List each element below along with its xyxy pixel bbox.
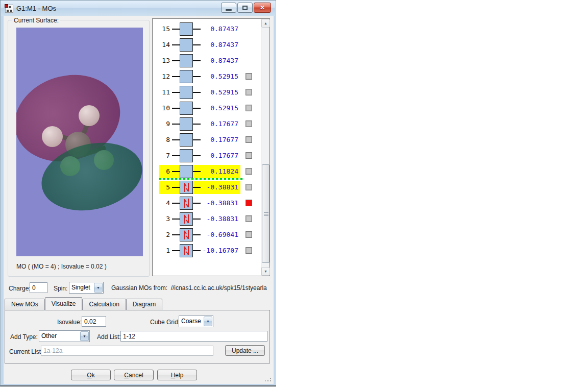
level-line [172, 29, 180, 30]
mo-checkbox[interactable] [246, 247, 252, 254]
mo-index: 7 [155, 152, 170, 159]
add-type-select[interactable]: Other ▼ [39, 330, 90, 342]
chevron-down-icon[interactable]: ▼ [204, 317, 212, 326]
mo-index: 6 [155, 167, 170, 175]
mo-row[interactable]: 2-0.69041 [153, 228, 260, 242]
mo-checkbox[interactable] [246, 89, 252, 95]
mo-row[interactable]: 110.52915 [153, 85, 260, 100]
mo-row[interactable]: 4-0.38831 [153, 196, 260, 210]
mo-energy: -0.38831 [200, 199, 238, 207]
orbital-box[interactable] [180, 212, 193, 226]
tab-bar: New MOsVisualizeCalculationDiagram [5, 297, 162, 310]
orbital-box[interactable] [180, 244, 193, 257]
mo-checkbox[interactable] [246, 231, 252, 238]
mo-index: 13 [155, 57, 170, 64]
maximize-button[interactable] [237, 3, 253, 13]
orbital-box[interactable] [180, 38, 193, 52]
tab-diagram[interactable]: Diagram [126, 299, 162, 310]
orbital-box[interactable] [180, 117, 193, 131]
mo-checkbox[interactable] [246, 105, 252, 111]
orbital-box[interactable] [180, 86, 193, 99]
mo-row[interactable]: 120.52915 [153, 69, 260, 84]
mo-row[interactable]: 140.87437 [153, 38, 260, 52]
chevron-down-icon[interactable]: ▼ [94, 283, 103, 293]
orbital-box[interactable] [180, 102, 193, 115]
cube-grid-label: Cube Grid: [150, 319, 180, 326]
mo-checkbox[interactable] [246, 200, 252, 206]
mo-row[interactable]: 70.17677 [153, 149, 260, 163]
mo-index: 12 [155, 72, 170, 80]
add-list-input[interactable] [120, 331, 267, 342]
current-list-label: Current List: [9, 348, 42, 355]
molecule-viewport[interactable] [16, 28, 143, 256]
cube-grid-select[interactable]: Coarse ▼ [179, 316, 213, 327]
level-line [172, 203, 180, 204]
mo-row[interactable]: 80.17677 [153, 133, 260, 147]
mo-index: 9 [155, 120, 170, 128]
scrollbar-thumb[interactable] [262, 164, 270, 263]
mo-checkbox[interactable] [246, 120, 252, 127]
tab-calculation[interactable]: Calculation [82, 299, 126, 310]
cancel-button[interactable]: Cancel [114, 370, 154, 380]
orbital-box[interactable] [180, 133, 193, 147]
chevron-down-icon[interactable]: ▼ [80, 331, 89, 341]
mo-row[interactable]: 3-0.38831 [153, 212, 260, 226]
current-surface-groupbox: Current Surface: MO ( (MO = 4) ; Isovalu… [8, 20, 150, 277]
mo-checkbox[interactable] [246, 184, 252, 190]
mo-row[interactable]: 100.52915 [153, 101, 260, 115]
mo-checkbox[interactable] [246, 73, 252, 80]
ok-button[interactable]: Ok [71, 370, 111, 380]
spin-up-icon [184, 215, 186, 224]
mo-row[interactable]: 1-10.16707 [153, 244, 260, 258]
orbital-box[interactable] [180, 181, 193, 194]
mo-row[interactable]: 60.11824 [153, 164, 260, 179]
spin-down-icon [186, 246, 188, 255]
tab-new-mos[interactable]: New MOs [5, 299, 45, 310]
mos-dialog-window: G1:M1 - MOs ✕ Current Surface: [0, 0, 276, 386]
update-button[interactable]: Update ... [225, 345, 265, 356]
mo-row[interactable]: 150.87437 [153, 22, 260, 36]
orbital-box[interactable] [180, 22, 193, 36]
charge-input[interactable] [30, 282, 47, 293]
scrollbar-grip-icon [264, 212, 268, 216]
mo-checkbox[interactable] [246, 136, 252, 143]
cube-grid-selected-value: Coarse [181, 318, 201, 325]
orbital-box[interactable] [180, 149, 193, 162]
mo-checkbox[interactable] [246, 168, 252, 175]
orbital-box[interactable] [180, 70, 193, 83]
mo-index: 5 [155, 183, 170, 191]
orbital-box[interactable] [180, 228, 193, 241]
mo-energy: -0.38831 [200, 215, 238, 223]
mo-row[interactable]: 5-0.38831 [153, 180, 260, 195]
help-button[interactable]: Help [157, 370, 197, 380]
level-line [172, 76, 180, 77]
mo-checkbox[interactable] [246, 215, 252, 222]
title-bar[interactable]: G1:M1 - MOs ✕ [1, 1, 275, 16]
level-line [172, 155, 180, 156]
orbital-box[interactable] [180, 54, 193, 67]
resize-grip[interactable] [265, 376, 272, 382]
scroll-down-button[interactable]: ▼ [261, 267, 270, 276]
mo-row[interactable]: 130.87437 [153, 54, 260, 68]
mo-index: 15 [155, 25, 170, 33]
spin-up-icon [184, 183, 186, 192]
mo-list-scrollbar[interactable]: ▲ ▼ [261, 19, 270, 276]
spin-select[interactable]: Singlet ▼ [69, 282, 104, 294]
spin-up-icon [184, 199, 186, 208]
level-line [172, 139, 180, 140]
tab-visualize[interactable]: Visualize [45, 297, 83, 310]
isovalue-input[interactable] [82, 316, 106, 327]
add-list-label: Add List: [97, 333, 121, 341]
close-button[interactable]: ✕ [254, 3, 271, 13]
orbital-box[interactable] [180, 197, 193, 210]
mo-index: 4 [155, 199, 170, 207]
scroll-up-button[interactable]: ▲ [261, 19, 270, 28]
mo-checkbox[interactable] [246, 152, 252, 159]
minimize-button[interactable] [221, 3, 236, 13]
current-surface-label: Current Surface: [12, 17, 60, 24]
mo-energy: -10.16707 [200, 247, 238, 254]
level-line [172, 187, 180, 188]
orbital-box[interactable] [180, 165, 193, 178]
mo-energy: 0.87437 [200, 57, 238, 64]
mo-row[interactable]: 90.17677 [153, 117, 260, 131]
